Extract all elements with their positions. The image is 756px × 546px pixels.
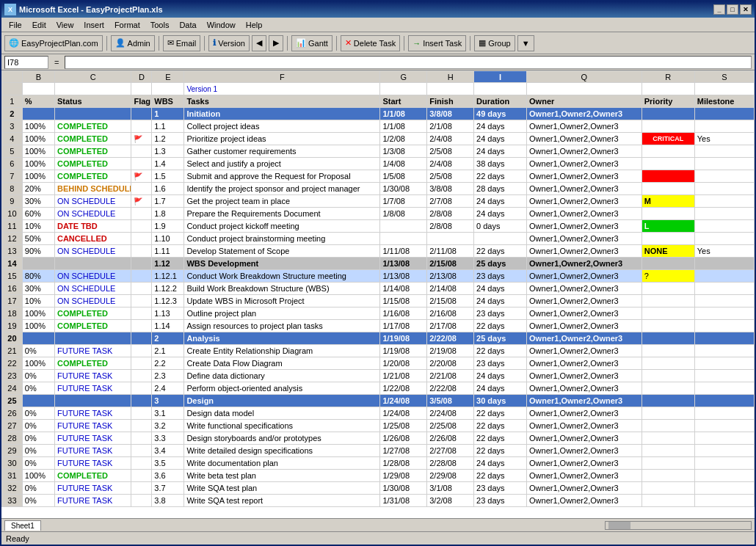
col-header-i[interactable]: I (474, 71, 527, 83)
spreadsheet: B C D E F G H I Q R S (1, 70, 755, 518)
group-button[interactable]: ▦ Group (474, 35, 515, 51)
col-header-r[interactable]: R (641, 71, 694, 83)
version-button[interactable]: ℹ Version (208, 35, 250, 51)
toolbar: 🌐 EasyProjectPlan.com 👤 Admin ✉ Email ℹ … (1, 32, 755, 54)
delete-task-label: Delete Task (354, 39, 396, 48)
row-num-h: 1 (2, 95, 23, 108)
menu-edit[interactable]: Edit (28, 20, 51, 30)
toolbar-separator-1 (106, 36, 107, 51)
table-row[interactable]: 26 0% FUTURE TASK 3.1 Design data model … (2, 407, 755, 420)
menu-data[interactable]: Data (175, 20, 200, 30)
table-row[interactable]: 14 1.12 WBS Development 1/13/08 2/15/08 … (2, 258, 755, 270)
window-controls[interactable]: _ □ ✕ (713, 4, 752, 15)
flag-icon: 🚩 (134, 135, 142, 143)
col-header-b[interactable]: B (22, 71, 54, 83)
menu-help[interactable]: Help (241, 20, 267, 30)
table-row[interactable]: 10 60% ON SCHEDULE 1.8 Prepare the Requi… (2, 208, 755, 220)
table-row[interactable]: 9 30% ON SCHEDULE 🚩 1.7 Get the project … (2, 195, 755, 208)
menu-bar: File Edit View Insert Format Tools Data … (1, 18, 755, 32)
table-row[interactable]: 20 2 Analysis 1/19/08 2/22/08 25 days Ow… (2, 332, 755, 345)
close-button[interactable]: ✕ (740, 4, 752, 15)
group-label: Group (488, 39, 511, 48)
table-row[interactable]: 30 0% FUTURE TASK 3.5 Write documentatio… (2, 457, 755, 470)
delete-icon: ✕ (345, 38, 352, 48)
col-header-d[interactable]: D (131, 71, 152, 83)
table-row[interactable]: 7 100% COMPLETED 🚩 1.5 Submit and approv… (2, 170, 755, 183)
formula-input[interactable] (65, 56, 752, 69)
table-row[interactable]: 8 20% BEHIND SCHEDULE 1.6 Identify the p… (2, 183, 755, 195)
toolbar-separator-2 (159, 36, 159, 51)
table-row[interactable]: 12 50% CANCELLED 1.10 Conduct project br… (2, 233, 755, 245)
table-row[interactable]: 29 0% FUTURE TASK 3.4 Write detailed des… (2, 445, 755, 457)
table-row[interactable]: 2 1 Initiation 1/1/08 3/8/08 49 days Own… (2, 108, 755, 120)
table-row[interactable]: 19 100% COMPLETED 1.14 Assign resources … (2, 320, 755, 332)
filter-button[interactable]: ▼ (517, 35, 534, 51)
col-header-q[interactable]: Q (527, 71, 642, 83)
table-row[interactable]: 3 100% COMPLETED 1.1 Collect project ide… (2, 120, 755, 133)
menu-view[interactable]: View (52, 20, 79, 30)
menu-insert[interactable]: Insert (79, 20, 109, 30)
cell-reference[interactable]: I78 (4, 56, 48, 69)
admin-button[interactable]: 👤 Admin (111, 35, 155, 51)
table-row[interactable]: 18 100% COMPLETED 1.13 Outline project p… (2, 307, 755, 320)
header-finish: Finish (427, 95, 474, 108)
back-button[interactable]: ◀ (252, 35, 266, 51)
menu-window[interactable]: Window (203, 20, 240, 30)
priority-badge: ? (641, 270, 694, 283)
formula-bar: I78 = (1, 54, 755, 70)
table-row[interactable]: 6 100% COMPLETED 1.4 Select and justify … (2, 158, 755, 170)
table-row[interactable]: 11 10% DATE TBD 1.9 Conduct project kick… (2, 220, 755, 233)
scrollbar-thumb[interactable] (608, 522, 630, 529)
col-header-h[interactable]: H (427, 71, 474, 83)
group-icon: ▦ (479, 38, 486, 48)
table-row[interactable]: 4 100% COMPLETED 🚩 1.2 Prioritize projec… (2, 133, 755, 145)
table-row[interactable]: 22 100% COMPLETED 2.2 Create Data Flow D… (2, 357, 755, 370)
priority-badge: CRITICAL (641, 133, 694, 145)
header-percent: % (22, 95, 54, 108)
table-row[interactable]: 23 0% FUTURE TASK 2.3 Define data dictio… (2, 370, 755, 382)
table-row[interactable]: 15 80% ON SCHEDULE 1.12.1 Conduct Work B… (2, 270, 755, 283)
table-row[interactable]: 16 30% ON SCHEDULE 1.12.2 Build Work Bre… (2, 283, 755, 295)
email-button[interactable]: ✉ Email (163, 35, 201, 51)
table-row[interactable]: 31 100% COMPLETED 3.6 Write beta test pl… (2, 470, 755, 482)
sheet-tab-1[interactable]: Sheet1 (4, 520, 41, 531)
menu-format[interactable]: Format (110, 20, 145, 30)
col-header-s[interactable]: S (694, 71, 754, 83)
table-row[interactable]: 27 0% FUTURE TASK 3.2 Write functional s… (2, 420, 755, 432)
toolbar-separator-4 (287, 36, 288, 51)
col-header-c[interactable]: C (54, 71, 131, 83)
version-row: Version 1 (2, 83, 755, 95)
menu-tools[interactable]: Tools (146, 20, 174, 30)
flag-icon: 🚩 (134, 197, 142, 205)
table-row[interactable]: 13 90% ON SCHEDULE 1.11 Develop Statemen… (2, 245, 755, 258)
horizontal-scrollbar[interactable] (605, 521, 752, 530)
maximize-button[interactable]: □ (727, 4, 738, 15)
delete-task-button[interactable]: ✕ Delete Task (341, 35, 400, 51)
col-header-f[interactable]: F (184, 71, 380, 83)
table-row[interactable]: 25 3 Design 1/24/08 3/5/08 30 days Owner… (2, 395, 755, 407)
gantt-button[interactable]: 📊 Gantt (291, 35, 332, 51)
table-row[interactable]: 32 0% FUTURE TASK 3.7 Write SQA test pla… (2, 482, 755, 495)
table-row[interactable]: 21 0% FUTURE TASK 2.1 Create Entity Rela… (2, 345, 755, 357)
info-icon: ℹ (213, 38, 216, 48)
column-headers: B C D E F G H I Q R S (2, 71, 755, 83)
forward-button[interactable]: ▶ (269, 35, 283, 51)
header-duration: Duration (474, 95, 527, 108)
priority-badge (641, 170, 694, 183)
col-header-e[interactable]: E (152, 71, 184, 83)
menu-file[interactable]: File (4, 20, 26, 30)
table-row[interactable]: 17 10% ON SCHEDULE 1.12.3 Update WBS in … (2, 295, 755, 307)
table-row[interactable]: 24 0% FUTURE TASK 2.4 Perform object-ori… (2, 382, 755, 395)
window-title: Microsoft Excel - EasyProjectPlan.xls (19, 5, 163, 14)
formula-equals: = (51, 58, 62, 67)
website-button[interactable]: 🌐 EasyProjectPlan.com (4, 35, 103, 51)
minimize-button[interactable]: _ (713, 4, 725, 15)
table-row[interactable]: 33 0% FUTURE TASK 3.8 Write SQA test rep… (2, 495, 755, 507)
insert-task-button[interactable]: → Insert Task (408, 35, 466, 51)
table-row[interactable]: 5 100% COMPLETED 1.3 Gather customer req… (2, 145, 755, 158)
toolbar-separator-7 (470, 36, 470, 51)
table-row[interactable]: 28 0% FUTURE TASK 3.3 Design storyboards… (2, 432, 755, 445)
row-num-1 (2, 83, 23, 95)
col-header-g[interactable]: G (380, 71, 427, 83)
header-milestone: Milestone (694, 95, 754, 108)
